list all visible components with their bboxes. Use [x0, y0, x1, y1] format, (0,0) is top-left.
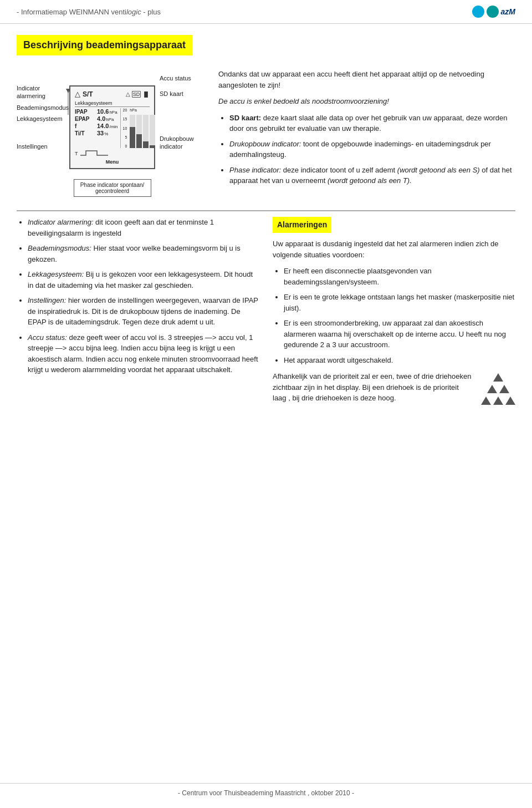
- settings-values: IPAP 10.6 hPa EPAP 4.0 hPa: [75, 108, 118, 148]
- lekkage-label: Lekkagesysteem: [75, 100, 150, 107]
- ipap-label: IPAP: [75, 109, 97, 115]
- screen-area: △ S/T △ SD ▐▌: [69, 69, 155, 197]
- bar-chart: 20 15 10 5 0 hPa: [120, 108, 156, 148]
- right-labels-group: Accu status SD kaart Drukopbouw indicato…: [155, 69, 205, 197]
- bullet-drukopbouw: Drukopbouw indicator: toont de opgebouwd…: [229, 139, 515, 160]
- label-indicator-alarm: Indicator alarmering: [17, 84, 69, 100]
- intro-text: Ondanks dat uw apparaat een accu heeft d…: [218, 69, 515, 90]
- alarm-disconnectie: Er heeft een disconnectie plaatsgevonden…: [284, 266, 515, 287]
- tri-mid-1: [487, 385, 497, 393]
- warning-icon: △: [126, 91, 130, 97]
- page-footer: - Centrum voor Thuisbeademing Maastricht…: [0, 783, 532, 797]
- bar-4: [150, 115, 155, 148]
- bottom-left-bullets: Indicator alarmering: dit icoon geeft aa…: [17, 217, 259, 375]
- phase-indicator-label: Phase indicator spontaan/ gecontroleerd: [74, 179, 151, 197]
- right-description: Ondanks dat uw apparaat een accu heeft d…: [218, 69, 515, 197]
- scale-5: 5: [123, 135, 127, 139]
- label-lekkagesysteem: Lekkagesysteem: [17, 115, 69, 123]
- epap-label: EPAP: [75, 116, 97, 122]
- t-and-waveform: T: [75, 150, 150, 157]
- label-instellingen: Instellingen: [17, 143, 69, 150]
- label-beademingsmodus: Beademingsmodus: [17, 104, 69, 111]
- priority-low-row: [493, 373, 503, 382]
- page-title: Beschrijving beademingsapparaat: [17, 35, 515, 69]
- f-label: f: [75, 123, 97, 129]
- bar-1: [130, 115, 135, 148]
- sd-card-icon: SD: [132, 91, 141, 98]
- alarm-lekkage: Er is een te grote lekkage ontstaan lang…: [284, 292, 515, 313]
- left-labels-group: Indicator alarmering Beademingsmodus Lek…: [17, 69, 69, 197]
- footer-text: - Centrum voor Thuisbeademing Maastricht…: [178, 789, 354, 797]
- logo-circle-teal: [487, 6, 499, 18]
- device-screen: △ S/T △ SD ▐▌: [69, 85, 155, 169]
- page-content: Beschrijving beademingsapparaat Indicato…: [0, 24, 532, 416]
- bar-3-fill: [143, 141, 149, 148]
- bullet-beademingsmodus: Beademingsmodus: Hier staat voor welke b…: [28, 243, 259, 265]
- label-accu-status: Accu status: [160, 74, 205, 82]
- page-header: - Informatiemap WEINMANN ventilogic - pl…: [0, 0, 532, 24]
- phase-indicator-area: Phase indicator spontaan/ gecontroleerd: [69, 174, 155, 197]
- section-title: Beschrijving beademingsapparaat: [17, 35, 192, 55]
- bottom-right: Alarmeringen Uw apparaat is dusdanig ing…: [273, 217, 515, 405]
- section-divider: [17, 210, 515, 211]
- header-title: - Informatiemap WEINMANN ventilogic - pl…: [17, 8, 161, 16]
- alarmeringen-header: Alarmeringen: [273, 217, 515, 238]
- f-value: 14.0: [97, 123, 109, 129]
- bottom-left: Indicator alarmering: dit icoon geeft aa…: [17, 217, 259, 405]
- logo: azM: [472, 6, 515, 18]
- menu-label: Menu: [75, 159, 150, 165]
- label-sd-kaart: SD kaart: [160, 90, 205, 98]
- bullet-indicator-alarm: Indicator alarmering: dit icoon geeft aa…: [28, 217, 259, 238]
- connector-lines-left: [64, 84, 69, 206]
- logo-circle-blue: [472, 6, 484, 18]
- bullet-accu: Accu status: deze geeft weer of accu vol…: [28, 332, 259, 375]
- priority-high-row: [481, 397, 515, 405]
- f-unit: /min: [109, 124, 117, 129]
- epap-value: 4.0: [97, 115, 105, 122]
- sub-text: De accu is enkel bedoeld als noodstroomv…: [218, 96, 515, 107]
- bar-3: [143, 115, 149, 148]
- scale-0: 0: [123, 144, 127, 148]
- bar-1-fill: [130, 127, 135, 148]
- bullet-phase: Phase indicator: deze indicator toont of…: [229, 165, 515, 186]
- alarm-stroom: Er is een stroomonderbreking, uw apparaa…: [284, 318, 515, 350]
- hpa-unit: hPa: [130, 108, 155, 112]
- scale-20: 20: [123, 108, 127, 112]
- label-drukopbouw: Drukopbouw indicator: [160, 135, 205, 151]
- priority-icons: [481, 371, 515, 405]
- tri-high-2: [493, 397, 503, 405]
- alarmeringen-title: Alarmeringen: [273, 217, 331, 233]
- tit-unit: %: [104, 131, 108, 136]
- tri-low-1: [493, 373, 503, 382]
- bar-2-fill: [136, 134, 142, 148]
- bullet-lekkage: Lekkagesysteem: Bij u is gekozen voor ee…: [28, 269, 259, 291]
- priority-mid-row: [487, 385, 509, 393]
- priority-text: Afhankelijk van de prioriteit zal er een…: [273, 371, 472, 404]
- bar-scale: 20 15 10 5 0: [123, 108, 128, 148]
- epap-unit: hPa: [106, 117, 114, 122]
- ipap-unit: hPa: [109, 110, 117, 115]
- bullet-sd-kaart: SD kaart: deze kaart slaat alle data op …: [229, 113, 515, 134]
- device-diagram: Indicator alarmering Beademingsmodus Lek…: [17, 69, 205, 197]
- alarmeringen-intro: Uw apparaat is dusdanig ingesteld dat he…: [273, 238, 515, 260]
- battery-icon: ▐▌: [142, 92, 150, 97]
- t-label: T: [75, 151, 78, 156]
- alarmeringen-bullets: Er heeft een disconnectie plaatsgevonden…: [273, 266, 515, 365]
- scale-10: 10: [123, 126, 127, 130]
- description-bullets: SD kaart: deze kaart slaat alle data op …: [218, 113, 515, 186]
- scale-15: 15: [123, 117, 127, 121]
- bar-2: [136, 115, 142, 148]
- tri-mid-2: [499, 385, 509, 393]
- bullet-instellingen: Instellingen: hier worden de instellinge…: [28, 295, 259, 328]
- mode-display: S/T: [83, 90, 93, 98]
- bar-4-fill: [150, 145, 155, 148]
- waveform-svg: [80, 150, 108, 157]
- tri-high-1: [481, 397, 491, 405]
- tit-label: Ti/T: [75, 130, 97, 136]
- tit-value: 33: [97, 130, 104, 136]
- bars-container: [130, 115, 155, 148]
- bottom-section: Indicator alarmering: dit icoon geeft aa…: [17, 217, 515, 405]
- top-section: Indicator alarmering Beademingsmodus Lek…: [17, 69, 515, 197]
- tri-high-3: [505, 397, 515, 405]
- ipap-value: 10.6: [97, 108, 109, 115]
